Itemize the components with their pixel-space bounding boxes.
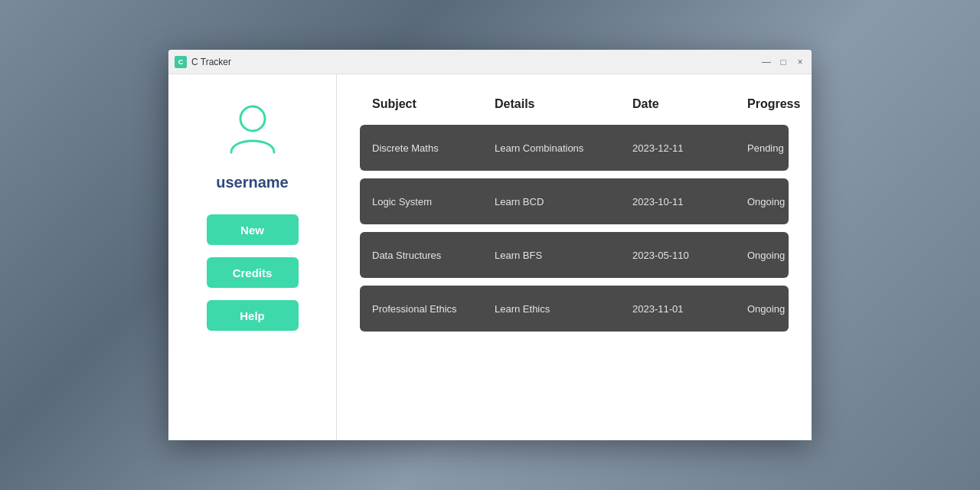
table-row: Data Structures Learn BFS 2023-05-110 On… (360, 232, 789, 278)
cell-details: Learn BCD (495, 196, 632, 207)
minimize-button[interactable]: — (761, 57, 772, 67)
table-row: Discrete Maths Learn Combinations 2023-1… (360, 125, 789, 171)
titlebar: C C Tracker — □ × (168, 50, 812, 74)
avatar (222, 97, 283, 162)
window-body: username New Credits Help Subject Detail… (168, 74, 812, 440)
svg-point-0 (240, 106, 265, 131)
nav-buttons: New Credits Help (184, 214, 321, 331)
sidebar: username New Credits Help (168, 74, 337, 440)
cell-date: 2023-05-110 (632, 250, 747, 261)
app-icon: C (175, 56, 187, 68)
close-button[interactable]: × (795, 57, 805, 67)
cell-progress: Pending (747, 142, 812, 154)
col-progress: Progress (747, 97, 812, 111)
table-rows: Discrete Maths Learn Combinations 2023-1… (360, 125, 789, 332)
username-label: username (216, 174, 289, 191)
cell-details: Learn Ethics (495, 303, 632, 315)
app-window: C C Tracker — □ × username New Credits H… (168, 50, 812, 440)
table-header: Subject Details Date Progress Delete (360, 90, 789, 119)
credits-button[interactable]: Credits (207, 257, 299, 288)
cell-subject: Professional Ethics (372, 303, 495, 315)
col-date: Date (632, 97, 747, 111)
cell-subject: Logic System (372, 196, 495, 207)
cell-progress: Ongoing (747, 196, 812, 207)
cell-date: 2023-11-01 (632, 303, 747, 315)
cell-subject: Data Structures (372, 250, 495, 261)
main-content: Subject Details Date Progress Delete Dis… (337, 74, 812, 440)
cell-date: 2023-10-11 (632, 196, 747, 207)
col-details: Details (495, 97, 632, 111)
help-button[interactable]: Help (207, 300, 299, 331)
cell-date: 2023-12-11 (632, 142, 747, 154)
table-row: Logic System Learn BCD 2023-10-11 Ongoin… (360, 178, 789, 224)
maximize-button[interactable]: □ (778, 57, 789, 67)
new-button[interactable]: New (207, 214, 299, 245)
cell-details: Learn BFS (495, 250, 632, 261)
cell-details: Learn Combinations (495, 142, 632, 154)
window-title: C Tracker (191, 57, 761, 67)
table-row: Professional Ethics Learn Ethics 2023-11… (360, 286, 789, 332)
cell-progress: Ongoing (747, 250, 812, 261)
col-subject: Subject (372, 97, 495, 111)
cell-subject: Discrete Maths (372, 142, 495, 154)
window-controls: — □ × (761, 57, 805, 67)
cell-progress: Ongoing (747, 303, 812, 315)
